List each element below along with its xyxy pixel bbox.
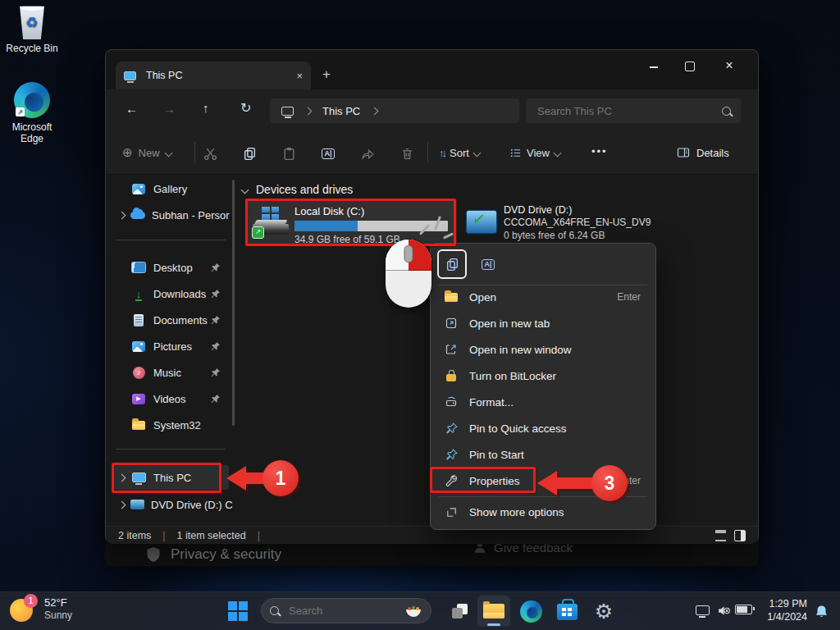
tray-battery-button[interactable] — [735, 605, 752, 614]
back-icon[interactable]: ← — [126, 103, 138, 115]
new-label: New — [139, 147, 160, 159]
new-button[interactable]: ⊕ New — [122, 140, 171, 165]
windows-logo-icon — [228, 601, 248, 621]
active-app-indicator — [487, 623, 500, 626]
sidebar-item-system32[interactable]: System32 — [112, 413, 229, 437]
large-icons-view-icon[interactable] — [734, 530, 746, 541]
taskbar-search-input[interactable] — [287, 604, 396, 618]
search-icon — [722, 107, 731, 116]
search-input[interactable] — [536, 104, 722, 118]
paste-button[interactable] — [276, 140, 302, 167]
delete-button[interactable] — [394, 140, 420, 167]
tray-volume-button[interactable] — [714, 602, 733, 619]
sidebar-item-onedrive[interactable]: Subhan - Persor — [112, 203, 229, 227]
privacy-security-label: Privacy & security — [171, 546, 281, 563]
menu-copy-button[interactable] — [437, 249, 467, 279]
forward-icon[interactable]: → — [163, 103, 176, 115]
taskbar-store-button[interactable] — [553, 600, 581, 624]
menu-item-pin-to-quick-access[interactable]: Pin to Quick access — [436, 415, 651, 441]
drive-free-space: 0 bytes free of 6.24 GB — [504, 230, 605, 241]
sidebar-item-downloads[interactable]: ↓ Downloads — [112, 281, 229, 306]
sidebar-item-documents[interactable]: Documents — [112, 308, 229, 332]
breadcrumb-this-pc[interactable]: This PC — [322, 105, 360, 117]
downloads-icon: ↓ — [136, 290, 142, 299]
desktop-icon-label: Microsoft Edge — [3, 121, 61, 144]
start-button[interactable] — [225, 598, 251, 624]
pin-icon — [445, 422, 458, 435]
sidebar-item-label: DVD Drive (D:) C — [151, 499, 233, 511]
tab-close-icon[interactable]: × — [296, 70, 303, 82]
task-view-button[interactable] — [446, 600, 474, 623]
pin-icon — [210, 262, 221, 273]
menu-item-pin-to-start[interactable]: Pin to Start — [436, 441, 651, 468]
view-icon — [509, 147, 522, 159]
breadcrumb[interactable]: This PC — [270, 98, 519, 123]
section-header-devices-drives[interactable]: Devices and drives — [242, 183, 353, 196]
desktop-icon-recycle-bin[interactable]: ♻ Recycle Bin — [0, 5, 64, 54]
tab-this-pc[interactable]: This PC × — [116, 62, 311, 89]
notification-bell-button[interactable] — [810, 601, 832, 621]
menu-item-format[interactable]: Format... — [436, 389, 651, 415]
divider — [427, 142, 428, 163]
search-box[interactable] — [526, 98, 741, 123]
cut-icon — [203, 147, 217, 161]
computer-icon — [281, 107, 294, 116]
pin-icon — [210, 289, 221, 299]
sidebar-item-label: Gallery — [153, 183, 187, 195]
taskbar-search[interactable] — [261, 598, 431, 623]
maximize-button[interactable] — [680, 58, 700, 75]
more-options-button[interactable]: ••• — [591, 145, 608, 158]
tray-network-button[interactable] — [692, 602, 712, 619]
menu-rename-button[interactable]: A| — [473, 249, 503, 279]
sidebar-item-pictures[interactable]: Pictures — [112, 334, 229, 358]
menu-item-show-more-options[interactable]: Show more options — [436, 499, 651, 525]
search-icon — [270, 606, 279, 615]
delete-icon — [400, 147, 414, 161]
annotation-box-this-pc — [112, 463, 221, 493]
sidebar-scrollbar[interactable] — [232, 180, 235, 426]
taskbar-settings-button[interactable]: ⚙ — [589, 596, 619, 626]
list-view-icon[interactable] — [715, 530, 726, 541]
view-button[interactable]: View — [509, 140, 560, 165]
rename-button[interactable]: A| — [315, 140, 341, 167]
sidebar-item-videos[interactable]: ▶ Videos — [112, 386, 229, 411]
collapse-chevron-icon[interactable] — [241, 185, 249, 194]
menu-item-open[interactable]: Open Enter — [436, 284, 651, 310]
menu-item-label: Pin to Start — [469, 449, 524, 461]
cut-button[interactable] — [197, 140, 223, 167]
taskbar-edge-button[interactable] — [517, 599, 545, 623]
up-icon[interactable]: ↑ — [203, 102, 209, 114]
drive-tile-dvd-d[interactable]: → DVD Drive (D:) CCCOMA_X64FRE_EN-US_DV9… — [463, 200, 666, 246]
task-view-icon — [452, 604, 468, 619]
folder-icon — [445, 293, 458, 302]
expand-chevron-icon[interactable] — [118, 211, 126, 219]
clock[interactable]: 1:29 PM 1/4/2024 — [758, 597, 807, 624]
minimize-button[interactable] — [644, 60, 664, 75]
sidebar-item-dvd-drive[interactable]: → DVD Drive (D:) C — [112, 492, 229, 517]
file-explorer-icon — [483, 604, 504, 619]
share-icon — [361, 147, 375, 161]
menu-item-open-new-tab[interactable]: Open in new tab — [436, 310, 651, 336]
expand-chevron-icon[interactable] — [118, 500, 126, 509]
copy-icon — [243, 147, 257, 161]
menu-item-turn-on-bitlocker[interactable]: Turn on BitLocker — [436, 363, 651, 389]
refresh-icon[interactable]: ↻ — [240, 102, 251, 115]
close-button[interactable]: × — [719, 57, 739, 75]
taskbar-file-explorer-button[interactable] — [477, 596, 510, 627]
copy-button[interactable] — [236, 140, 262, 167]
desktop-icon-edge[interactable]: ↗ Microsoft Edge — [0, 82, 64, 144]
menu-item-label: Open in new window — [469, 344, 572, 356]
menu-item-open-new-window[interactable]: Open in new window — [436, 336, 651, 363]
share-button[interactable] — [354, 140, 381, 167]
details-button[interactable]: Details — [677, 140, 729, 165]
weather-widget[interactable]: 1 52°F Sunny — [10, 596, 72, 622]
taskbar: 1 52°F Sunny — [0, 591, 840, 630]
sort-button[interactable]: ↑↓ Sort — [439, 140, 480, 165]
sidebar-item-gallery[interactable]: Gallery — [112, 176, 229, 201]
gear-icon: ⚙ — [595, 601, 613, 622]
shield-icon — [144, 545, 162, 564]
microsoft-store-icon — [557, 604, 578, 620]
new-tab-button[interactable]: + — [322, 66, 331, 83]
sidebar-item-music[interactable]: ♪ Music — [112, 360, 229, 385]
sidebar-item-desktop[interactable]: Desktop — [112, 255, 229, 280]
